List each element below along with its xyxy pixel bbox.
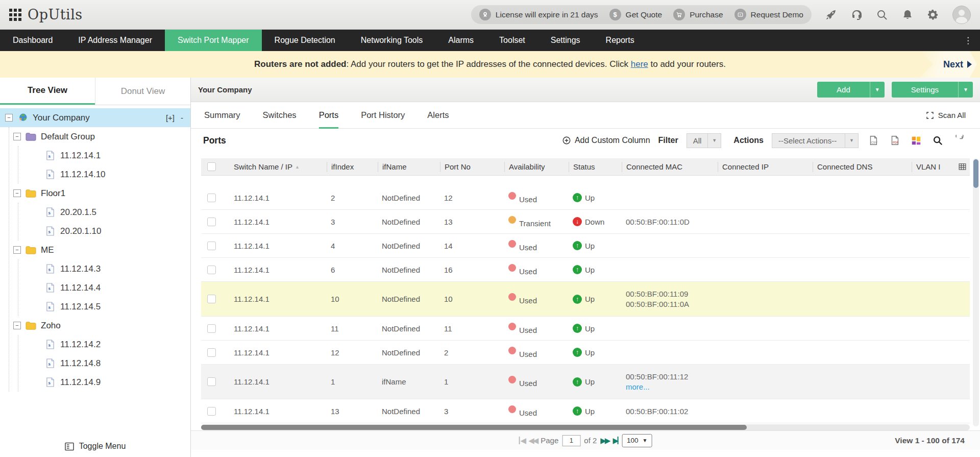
- tree-switch-20-20-1-5[interactable]: s20.20.1.5: [18, 203, 190, 222]
- tree-switch-20-20-1-10[interactable]: s20.20.1.10: [18, 222, 190, 240]
- nav-item-rogue-detection[interactable]: Rogue Detection: [262, 30, 348, 51]
- rocket-icon[interactable]: [825, 9, 837, 21]
- tree-switch-11-12-14-3[interactable]: s11.12.14.3: [18, 259, 190, 278]
- scan-all-button[interactable]: Scan All: [926, 111, 966, 119]
- column-header-ifname[interactable]: ifName: [378, 162, 440, 172]
- export-csv-icon[interactable]: CSV: [867, 134, 880, 147]
- tree-switch-11-12-14-5[interactable]: s11.12.14.5: [18, 297, 190, 316]
- gear-icon[interactable]: [927, 9, 939, 21]
- table-row[interactable]: 11.12.14.14NotDefined14Used↑Up: [201, 234, 970, 258]
- table-row[interactable]: 11.12.14.112NotDefined2Used↑Up: [201, 341, 970, 365]
- collapse-control[interactable]: -: [181, 113, 183, 122]
- settings-dropdown-caret-icon[interactable]: ▼: [958, 82, 973, 98]
- row-checkbox[interactable]: [207, 242, 216, 250]
- column-chart-icon[interactable]: [910, 134, 923, 147]
- sidebar-item-me[interactable]: −ME: [9, 240, 190, 259]
- nav-item-toolset[interactable]: Toolset: [486, 30, 538, 51]
- column-header-status[interactable]: Status: [569, 162, 622, 172]
- actions-select[interactable]: --Select Actions-- ▼: [772, 133, 859, 148]
- sort-asc-icon[interactable]: ▲: [295, 164, 300, 170]
- next-page-button[interactable]: ▶▶: [600, 437, 609, 444]
- collapse-expander-icon[interactable]: −: [13, 189, 21, 197]
- sidebar-tab-tree-view[interactable]: Tree View: [0, 78, 95, 105]
- tab-alerts[interactable]: Alerts: [427, 102, 449, 128]
- table-row[interactable]: 11.12.14.110NotDefined10Used↑Up00:50:BF:…: [201, 282, 970, 317]
- previous-page-button[interactable]: ◀◀: [528, 437, 537, 444]
- table-row[interactable]: 11.12.14.111NotDefined11Used↑Up: [201, 317, 970, 341]
- tree-root-your-company[interactable]: − Your Company [+] -: [0, 108, 190, 127]
- more-link[interactable]: more...: [626, 382, 718, 391]
- column-settings-icon[interactable]: [958, 162, 967, 173]
- sidebar-item-default-group[interactable]: −Default Group: [9, 127, 190, 146]
- nav-item-reports[interactable]: Reports: [593, 30, 647, 51]
- sidebar-item-floor1[interactable]: −Floor1: [9, 184, 190, 203]
- headset-support-icon[interactable]: [850, 9, 863, 21]
- tree-switch-11-12-14-10[interactable]: s11.12.14.10: [18, 165, 190, 184]
- sidebar-item-zoho[interactable]: −Zoho: [9, 316, 190, 335]
- table-row[interactable]: 11.12.14.16NotDefined16Used↑Up: [201, 258, 970, 282]
- request-demo-link[interactable]: Request Demo: [751, 10, 803, 19]
- column-header-connected-dns[interactable]: Connected DNS: [813, 162, 912, 172]
- nav-item-alarms[interactable]: Alarms: [435, 30, 486, 51]
- page-size-select[interactable]: 100 ▼: [622, 434, 652, 447]
- toggle-menu-button[interactable]: Toggle Menu: [0, 442, 190, 451]
- nav-item-switch-port-mapper[interactable]: Switch Port Mapper: [165, 30, 262, 51]
- column-header-connected-mac[interactable]: Connected MAC: [622, 162, 718, 172]
- page-number-input[interactable]: [562, 435, 580, 446]
- column-header-connected-ip[interactable]: Connected IP: [718, 162, 813, 172]
- horizontal-scrollbar-thumb[interactable]: [201, 425, 747, 430]
- bell-icon[interactable]: [901, 9, 914, 21]
- tree-switch-11-12-14-2[interactable]: s11.12.14.2: [18, 335, 190, 354]
- collapse-expander-icon[interactable]: −: [13, 133, 21, 140]
- add-custom-column-button[interactable]: Add Custom Column: [562, 136, 650, 145]
- last-page-button[interactable]: ▶: [612, 437, 619, 444]
- collapse-expander-icon[interactable]: −: [5, 114, 13, 122]
- row-checkbox[interactable]: [207, 218, 216, 226]
- row-checkbox[interactable]: [207, 348, 216, 357]
- row-checkbox[interactable]: [207, 194, 216, 202]
- add-dropdown-caret-icon[interactable]: ▼: [870, 82, 885, 98]
- export-pdf-icon[interactable]: PDF: [888, 134, 901, 147]
- table-search-icon[interactable]: [931, 134, 944, 147]
- row-checkbox[interactable]: [207, 266, 216, 274]
- add-button[interactable]: Add ▼: [817, 82, 885, 98]
- app-grid-icon[interactable]: [9, 9, 21, 21]
- purchase-link[interactable]: Purchase: [690, 10, 723, 19]
- search-icon[interactable]: [876, 9, 888, 21]
- get-quote-link[interactable]: Get Quote: [626, 10, 663, 19]
- filter-select[interactable]: All ▼: [687, 133, 722, 148]
- tree-switch-11-12-14-1[interactable]: s11.12.14.1: [18, 146, 190, 165]
- next-button[interactable]: Next: [920, 51, 977, 78]
- first-page-button[interactable]: ◀: [519, 437, 525, 444]
- column-header-switch-name-ip[interactable]: Switch Name / IP▲: [230, 162, 327, 172]
- tab-switches[interactable]: Switches: [263, 102, 297, 128]
- row-checkbox[interactable]: [207, 407, 216, 416]
- row-checkbox[interactable]: [207, 295, 216, 303]
- expand-all-control[interactable]: [+]: [166, 113, 175, 122]
- add-routers-link[interactable]: here: [631, 59, 648, 69]
- table-row[interactable]: 11.12.14.13NotDefined13Transient↓Down00:…: [201, 210, 970, 234]
- tab-port-history[interactable]: Port History: [361, 102, 405, 128]
- column-header-availability[interactable]: Availability: [504, 162, 569, 172]
- tree-switch-11-12-14-8[interactable]: s11.12.14.8: [18, 354, 190, 373]
- nav-item-settings[interactable]: Settings: [538, 30, 593, 51]
- nav-overflow-icon[interactable]: ⋮: [957, 30, 980, 51]
- user-avatar[interactable]: [952, 6, 971, 24]
- tab-ports[interactable]: Ports: [319, 103, 339, 129]
- nav-item-dashboard[interactable]: Dashboard: [0, 30, 65, 51]
- collapse-expander-icon[interactable]: −: [13, 322, 21, 329]
- tree-switch-11-12-14-4[interactable]: s11.12.14.4: [18, 278, 190, 297]
- sidebar-tab-donut-view[interactable]: Donut View: [95, 78, 190, 105]
- row-checkbox[interactable]: [207, 324, 216, 333]
- table-row[interactable]: 11.12.14.11ifName1Used↑Up00:50:BF:00:11:…: [201, 365, 970, 399]
- column-header-ifindex[interactable]: ifIndex: [327, 162, 378, 172]
- column-header-port-no[interactable]: Port No: [440, 162, 504, 172]
- refresh-icon[interactable]: [952, 134, 966, 147]
- vertical-scrollbar-thumb[interactable]: [973, 159, 978, 188]
- nav-item-ip-address-manager[interactable]: IP Address Manager: [65, 30, 165, 51]
- table-row[interactable]: 11.12.14.12NotDefined12Used↑Up: [201, 186, 970, 210]
- select-all-checkbox[interactable]: [207, 162, 216, 171]
- table-row[interactable]: 11.12.14.113NotDefined3Used↑Up00:50:BF:0…: [201, 399, 970, 423]
- collapse-expander-icon[interactable]: −: [13, 246, 21, 254]
- row-checkbox[interactable]: [207, 377, 216, 386]
